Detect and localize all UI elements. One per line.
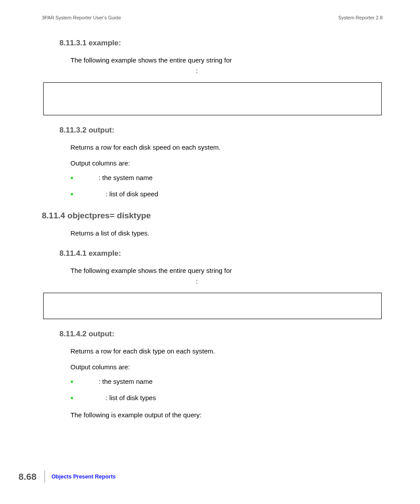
- page-content: 8.11.3.1 example: The following example …: [42, 39, 383, 426]
- paragraph: Output columns are:: [70, 158, 383, 168]
- bullet-list: : the system name : list of disk types: [70, 378, 383, 401]
- paragraph: The following is example output of the q…: [70, 410, 383, 420]
- list-item: : the system name: [70, 378, 383, 385]
- page-number: 8.68: [18, 471, 37, 482]
- paragraph: Output columns are:: [70, 362, 383, 372]
- list-item-text: : the system name: [99, 378, 153, 385]
- bullet-list: : the system name : list of disk speed: [70, 174, 383, 198]
- list-item: : list of disk speed: [70, 190, 383, 198]
- paragraph: Returns a list of disk types.: [70, 228, 383, 238]
- list-item: : list of disk types: [70, 394, 383, 401]
- page-footer: 8.68 Objects Present Reports: [18, 471, 116, 483]
- list-item-text: : the system name: [99, 174, 153, 181]
- colon-line: :: [196, 67, 383, 74]
- paragraph: Returns a row for each disk type on each…: [70, 346, 383, 356]
- paragraph: The following example shows the entire q…: [70, 55, 383, 65]
- list-item: : the system name: [70, 174, 383, 181]
- heading-8-11-4: 8.11.4 objectpres= disktype: [42, 211, 383, 221]
- header-right: System Reporter 2.8: [338, 15, 383, 20]
- footer-section-link[interactable]: Objects Present Reports: [52, 474, 116, 480]
- page-header: 3PAR System Reporter User's Guide System…: [42, 15, 383, 20]
- footer-divider: [44, 471, 45, 483]
- heading-8-11-4-2: 8.11.4.2 output:: [59, 330, 383, 338]
- code-box: [43, 82, 382, 115]
- paragraph: Returns a row for each disk speed on eac…: [70, 143, 383, 152]
- list-item-text: : list of disk speed: [106, 190, 158, 198]
- colon-line: :: [196, 277, 383, 285]
- paragraph: The following example shows the entire q…: [70, 266, 383, 276]
- list-item-text: : list of disk types: [106, 394, 156, 401]
- code-box: [43, 293, 382, 319]
- heading-8-11-3-1: 8.11.3.1 example:: [59, 39, 383, 48]
- header-left: 3PAR System Reporter User's Guide: [42, 15, 121, 20]
- heading-8-11-4-1: 8.11.4.1 example:: [59, 249, 383, 258]
- heading-8-11-3-2: 8.11.3.2 output:: [59, 126, 383, 135]
